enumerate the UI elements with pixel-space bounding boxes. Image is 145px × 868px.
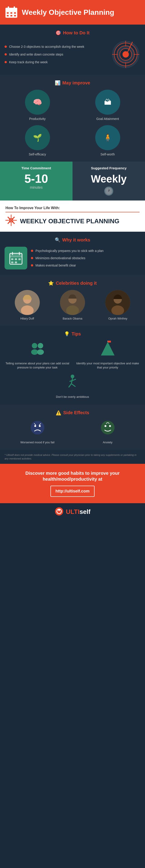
circle-self-worth: 🧍 [95, 125, 120, 150]
how-to-do-it-section: 🎯 How to Do It Choose 2-3 objectives to … [0, 25, 145, 75]
tips-section: 💡 Tips Telling someone about your plans … [0, 326, 145, 405]
tip-1: Telling someone about your plans can add… [5, 341, 70, 370]
improve-item-productivity: 🧠 Productivity [5, 90, 70, 121]
why-section: 🔍 Why it works Psyc [0, 232, 145, 275]
why-step-3: Makes eventual benefit clear [31, 264, 140, 267]
svg-point-68 [55, 507, 63, 516]
lightbulb-icon: 💡 [64, 331, 70, 337]
side-effect-1: Worsened mood if you fail [5, 420, 70, 444]
circle-productivity: 🧠 [25, 90, 50, 115]
celeb-barack-obama: Barack Obama [60, 290, 85, 320]
plant-icon: 🌱 [33, 133, 42, 142]
calendar-check-icon [5, 247, 27, 270]
svg-rect-29 [10, 253, 22, 257]
svg-rect-3 [14, 6, 15, 9]
header-icon [5, 5, 18, 19]
celeb-photo-obama [60, 290, 85, 315]
svg-rect-33 [11, 258, 13, 260]
runner-icon [65, 374, 80, 393]
improve-item-self-worth: 🧍 Self-worth [75, 125, 140, 156]
chart-icon: 📊 [55, 80, 61, 86]
svg-point-61 [34, 425, 36, 427]
svg-rect-7 [7, 15, 9, 17]
improve-item-self-efficacy: 🌱 Self-efficacy [5, 125, 70, 156]
svg-point-62 [39, 425, 41, 427]
svg-point-48 [31, 349, 38, 355]
svg-point-67 [109, 425, 111, 427]
circle-goal: 🏔 [95, 90, 120, 115]
svg-rect-2 [8, 6, 9, 9]
celeb-photo-oprah [105, 290, 130, 315]
why-step-2: Minimizes demotivational obstacles [31, 256, 140, 260]
clock-icon: 🕐 [77, 186, 140, 196]
svg-rect-35 [19, 258, 21, 260]
brand-name: ULTIself [66, 508, 90, 516]
time-commitment-cell: Time Commitment 5-10 minutes [0, 162, 73, 200]
brand-suffix: self [79, 508, 90, 515]
svg-rect-36 [11, 261, 13, 263]
celeb-oprah-winfrey: Oprah Winfrey [105, 290, 130, 320]
star-icon: ⭐ [48, 280, 54, 286]
side-effect-2: Anxiety [75, 420, 140, 444]
circle-self-efficacy: 🌱 [25, 125, 50, 150]
svg-line-56 [69, 384, 71, 388]
banner-main: WEEKLY OBJECTIVE PLANNING [5, 215, 140, 228]
svg-point-54 [71, 375, 74, 378]
target-graphic [111, 40, 140, 69]
svg-rect-1 [5, 8, 17, 11]
celebrities-section: ⭐ Celebrities doing it Hilary Duff [0, 275, 145, 326]
how-steps-list: Choose 2-3 objectives to accomplish duri… [5, 45, 109, 64]
step-dot [31, 264, 33, 267]
brain-icon: 🧠 [33, 98, 42, 106]
svg-point-50 [37, 349, 44, 355]
improve-item-goal: 🏔 Goal Attainment [75, 90, 140, 121]
why-step-1: Psychologically prepares you to stick wi… [31, 249, 140, 253]
svg-point-70 [58, 509, 60, 511]
svg-rect-8 [10, 15, 12, 17]
flag-mountain-icon [100, 341, 116, 359]
svg-rect-34 [15, 258, 17, 260]
svg-point-66 [105, 425, 106, 427]
svg-point-40 [21, 305, 34, 315]
may-improve-section: 📊 May improve 🧠 Productivity 🏔 Goal Atta… [0, 75, 145, 162]
page-title: Weekly Objective Planning [22, 8, 114, 17]
improve-banner: How To Improve Your Life With: WEEKLY OB… [0, 200, 145, 232]
brand-logo-icon [55, 507, 64, 517]
how-step-3: Keep track during the week [5, 60, 109, 64]
svg-point-46 [111, 305, 124, 315]
celebrities-grid: Hilary Duff Barack Obama [5, 290, 140, 320]
side-effects-section: ⚠️ Side Effects Worsened mood if you fai… [0, 405, 145, 450]
svg-point-60 [31, 421, 44, 434]
why-section-title: 🔍 Why it works [5, 237, 140, 243]
brand-prefix: ULTI [66, 508, 79, 515]
step-dot [5, 45, 7, 48]
svg-rect-9 [14, 15, 16, 17]
anxiety-icon [100, 420, 116, 438]
mountain-icon: 🏔 [104, 98, 111, 106]
svg-rect-6 [14, 12, 16, 14]
suggested-frequency-cell: Suggested Frequency Weekly 🕐 [73, 162, 145, 200]
how-section-title: 🎯 How to Do It [5, 30, 140, 35]
search-icon: 🔍 [55, 237, 61, 243]
why-steps-list: Psychologically prepares you to stick wi… [31, 249, 140, 267]
footer-brand: ULTIself [0, 503, 145, 521]
how-content: Choose 2-3 objectives to accomplish duri… [5, 40, 140, 69]
banner-divider [5, 212, 140, 212]
warning-icon: ⚠️ [56, 410, 61, 415]
step-dot [31, 250, 33, 252]
svg-point-49 [38, 343, 43, 348]
footer-url-box[interactable]: http://ultiself.com [50, 486, 95, 497]
time-frequency-section: Time Commitment 5-10 minutes Suggested F… [0, 162, 145, 200]
footer-cta: Discover more good habits to improve you… [0, 464, 145, 503]
sad-face-icon [30, 420, 45, 438]
step-dot [5, 61, 7, 63]
cross-icon [5, 215, 17, 228]
side-effects-title: ⚠️ Side Effects [5, 410, 140, 415]
tip-3-container: Don't be overly ambitious [5, 374, 140, 399]
may-improve-title: 📊 May improve [5, 80, 140, 86]
celeb-hilary-duff: Hilary Duff [15, 290, 40, 320]
side-effects-grid: Worsened mood if you fail Anxiety [5, 420, 140, 444]
target-icon: 🎯 [56, 30, 61, 35]
why-content: Psychologically prepares you to stick wi… [5, 247, 140, 270]
people-icon [30, 341, 45, 359]
